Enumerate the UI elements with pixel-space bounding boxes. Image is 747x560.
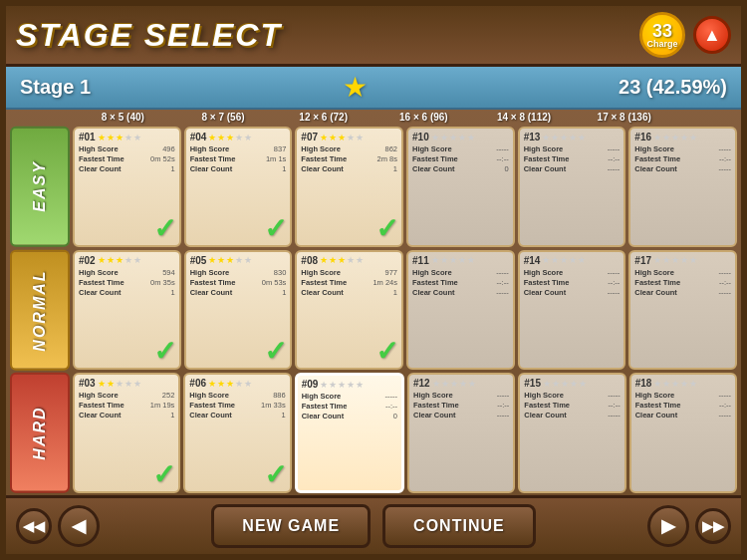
fastest-time-label: Fastest Time	[79, 278, 124, 287]
card-03[interactable]: #03★★★★★High Score252Fastest Time1m 19sC…	[73, 373, 180, 493]
star-empty: ★	[431, 133, 439, 142]
star-empty: ★	[338, 380, 346, 390]
fastest-time-value: --:--	[608, 154, 620, 163]
card-06[interactable]: #06★★★★★High Score886Fastest Time1m 33sC…	[183, 373, 291, 493]
high-score-value: -----	[496, 144, 509, 153]
high-score-row: High Score-----	[524, 268, 621, 277]
star-filled: ★	[217, 379, 225, 389]
card-12[interactable]: #12★★★★★High Score-----Fastest Time--:--…	[407, 373, 515, 493]
new-game-button[interactable]: NEW GAME	[211, 504, 371, 548]
high-score-label: High Score	[524, 268, 564, 277]
star-empty: ★	[569, 255, 577, 265]
row-label-hard: HARD	[10, 373, 70, 493]
star-empty: ★	[578, 133, 586, 142]
clear-count-row: Clear Count-----	[524, 164, 621, 173]
checkmark-icon: ✓	[264, 338, 287, 366]
fastest-time-value: --:--	[719, 401, 731, 410]
checkmark-icon: ✓	[152, 461, 175, 489]
card-number: #17	[634, 255, 651, 266]
clear-count-row: Clear Count0	[412, 164, 509, 173]
clear-count-row: Clear Count1	[301, 164, 397, 173]
clear-count-value: -----	[719, 164, 732, 173]
card-10[interactable]: #10★★★★★High Score-----Fastest Time--:--…	[406, 127, 515, 247]
star-filled: ★	[226, 255, 234, 265]
clear-count-value: -----	[718, 411, 731, 420]
star-filled: ★	[116, 255, 124, 265]
high-score-value: -----	[718, 391, 731, 400]
card-11[interactable]: #11★★★★★High Score-----Fastest Time--:--…	[406, 250, 515, 371]
card-02[interactable]: #02★★★★★High Score594Fastest Time0m 35sC…	[73, 250, 181, 371]
bottom-center: NEW GAME CONTINUE	[211, 504, 535, 548]
col-header-1: 8 × 7 (56)	[174, 112, 273, 123]
card-number: #04	[190, 132, 207, 142]
star-empty: ★	[431, 255, 439, 265]
fastest-time-row: Fastest Time--:--	[524, 154, 621, 163]
card-header-#06: #06★★★★★	[189, 378, 285, 389]
star-empty: ★	[561, 379, 569, 389]
high-score-label: High Score	[635, 391, 675, 400]
clear-count-value: 1	[171, 288, 175, 297]
card-number: #12	[413, 378, 430, 389]
card-08[interactable]: #08★★★★★High Score977Fastest Time1m 24sC…	[295, 250, 403, 371]
card-05[interactable]: #05★★★★★High Score830Fastest Time0m 53sC…	[184, 250, 293, 371]
clear-count-row: Clear Count1	[190, 288, 287, 297]
fastest-time-label: Fastest Time	[301, 278, 347, 287]
grid-area: EASYNORMALHARD #01★★★★★High Score496Fast…	[6, 125, 741, 495]
star-empty: ★	[680, 133, 688, 142]
card-09[interactable]: #09★★★★★High Score-----Fastest Time--:--…	[295, 373, 404, 493]
star-filled: ★	[98, 379, 106, 389]
high-score-value: 886	[273, 391, 286, 400]
clear-count-row: Clear Count1	[189, 411, 285, 420]
cards-row-easy: #01★★★★★High Score496Fastest Time0m 52sC…	[73, 127, 737, 247]
card-13[interactable]: #13★★★★★High Score-----Fastest Time--:--…	[518, 127, 626, 247]
fastest-time-label: Fastest Time	[302, 402, 348, 411]
charge-label: Charge	[646, 40, 677, 49]
first-page-button[interactable]: ◀◀	[16, 508, 52, 544]
card-15[interactable]: #15★★★★★High Score-----Fastest Time--:--…	[518, 373, 625, 493]
high-score-row: High Score-----	[634, 268, 731, 277]
clear-count-value: 1	[171, 164, 175, 173]
card-01[interactable]: #01★★★★★High Score496Fastest Time0m 52sC…	[73, 127, 181, 247]
clear-count-label: Clear Count	[635, 411, 678, 420]
star-empty: ★	[579, 379, 587, 389]
fastest-time-value: 1m 33s	[261, 401, 286, 410]
card-16[interactable]: #16★★★★★High Score-----Fastest Time--:--…	[628, 127, 737, 247]
star-empty: ★	[662, 133, 670, 142]
star-empty: ★	[467, 255, 475, 265]
card-number: #05	[190, 255, 207, 266]
charge-arrow-button[interactable]: ▲	[693, 16, 731, 54]
clear-count-row: Clear Count1	[301, 288, 397, 297]
prev-page-button[interactable]: ◀	[58, 505, 100, 547]
continue-button[interactable]: CONTINUE	[382, 504, 536, 548]
card-04[interactable]: #04★★★★★High Score837Fastest Time1m 1sCl…	[184, 127, 293, 247]
fastest-time-label: Fastest Time	[524, 154, 570, 163]
card-07[interactable]: #07★★★★★High Score862Fastest Time2m 8sCl…	[295, 127, 403, 247]
header-right: 33 Charge ▲	[639, 12, 731, 58]
checkmark-icon: ✓	[153, 215, 176, 243]
card-17[interactable]: #17★★★★★High Score-----Fastest Time--:--…	[628, 250, 737, 371]
card-14[interactable]: #14★★★★★High Score-----Fastest Time--:--…	[518, 250, 626, 371]
star-empty: ★	[542, 255, 550, 265]
last-page-button[interactable]: ▶▶	[695, 508, 731, 544]
sub-header: Stage 1 ★ 23 (42.59%)	[6, 67, 741, 110]
high-score-row: High Score-----	[524, 144, 621, 153]
star-empty: ★	[124, 133, 132, 142]
fastest-time-label: Fastest Time	[79, 401, 124, 410]
card-header-#12: #12★★★★★	[413, 378, 509, 389]
card-number: #11	[412, 255, 429, 266]
star-empty: ★	[552, 379, 560, 389]
fastest-time-row: Fastest Time1m 24s	[301, 278, 397, 287]
fastest-time-label: Fastest Time	[634, 154, 680, 163]
high-score-label: High Score	[79, 268, 119, 277]
high-score-value: -----	[497, 391, 510, 400]
star-empty: ★	[458, 133, 466, 142]
card-stars: ★★★★★	[98, 379, 141, 389]
fastest-time-label: Fastest Time	[634, 278, 680, 287]
clear-count-value: -----	[497, 411, 510, 420]
fastest-time-row: Fastest Time0m 52s	[79, 154, 175, 163]
next-page-button[interactable]: ▶	[647, 505, 689, 547]
star-empty: ★	[116, 379, 124, 389]
card-18[interactable]: #18★★★★★High Score-----Fastest Time--:--…	[629, 373, 737, 493]
star-empty: ★	[570, 379, 578, 389]
star-filled: ★	[107, 379, 115, 389]
